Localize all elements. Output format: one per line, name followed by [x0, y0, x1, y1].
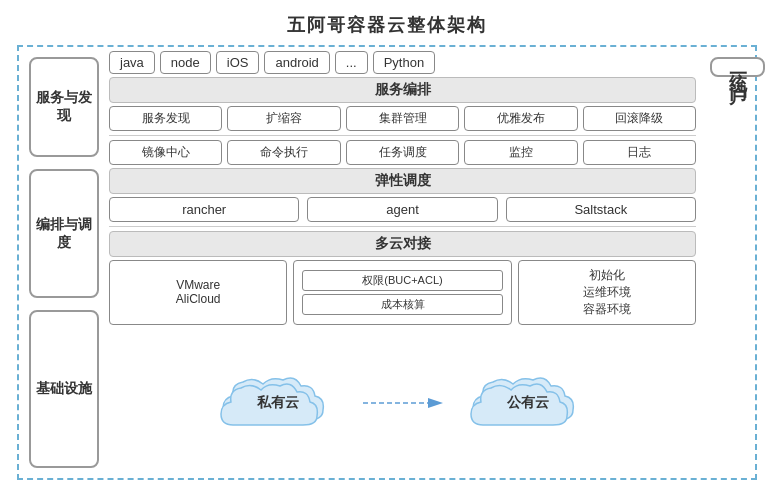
cloud-vmware: VMware AliCloud	[109, 260, 287, 325]
label-infra: 基础设施	[29, 310, 99, 467]
tech-java: java	[109, 51, 155, 74]
main-title: 五阿哥容器云整体架构	[17, 13, 757, 37]
private-cloud-label: 私有云	[257, 394, 299, 412]
cloud-arrow	[363, 393, 443, 413]
tag-rollback: 回滚降级	[583, 106, 696, 131]
unified-portal-label: 统一门户	[710, 57, 765, 77]
tag-monitor: 监控	[464, 140, 577, 165]
label-scheduling: 编排与调度	[29, 169, 99, 298]
cloud-shapes-row: 私有云	[109, 332, 696, 474]
elastic-rancher: rancher	[109, 197, 299, 222]
section-service: java node iOS android ... Python 服务编排 服务…	[109, 51, 696, 136]
tag-graceful: 优雅发布	[464, 106, 577, 131]
tag-discovery: 服务发现	[109, 106, 222, 131]
elastic-saltstack: Saltstack	[506, 197, 696, 222]
tech-python: Python	[373, 51, 435, 74]
tech-node: node	[160, 51, 211, 74]
tag-log: 日志	[583, 140, 696, 165]
tech-tags-row: java node iOS android ... Python	[109, 51, 696, 74]
tag-image: 镜像中心	[109, 140, 222, 165]
cloud-permissions: 权限(BUC+ACL) 成本核算	[293, 260, 511, 325]
multi-cloud-row: VMware AliCloud 权限(BUC+ACL) 成本核算 初始化 运维环…	[109, 260, 696, 325]
perm-sub: 成本核算	[302, 294, 502, 315]
tag-command: 命令执行	[227, 140, 340, 165]
right-label-column: 统一门户	[700, 47, 755, 478]
architecture-diagram: 服务与发现 编排与调度 基础设施 java node iOS android .…	[17, 45, 757, 480]
public-cloud-label: 公有云	[507, 394, 549, 412]
tag-cluster: 集群管理	[346, 106, 459, 131]
elastic-agent: agent	[307, 197, 497, 222]
public-cloud-shape: 公有云	[463, 370, 593, 435]
perm-main: 权限(BUC+ACL)	[302, 270, 502, 291]
center-content: java node iOS android ... Python 服务编排 服务…	[109, 47, 700, 478]
tech-ios: iOS	[216, 51, 260, 74]
elastic-header: 弹性调度	[109, 168, 696, 194]
label-service: 服务与发现	[29, 57, 99, 158]
tag-task: 任务调度	[346, 140, 459, 165]
multi-cloud-header: 多云对接	[109, 231, 696, 257]
svg-marker-1	[428, 398, 443, 408]
tech-etc: ...	[335, 51, 368, 74]
cloud-init: 初始化 运维环境 容器环境	[518, 260, 696, 325]
section-infra: 多云对接 VMware AliCloud 权限(BUC+ACL) 成本核算 初始…	[109, 231, 696, 474]
elastic-row: rancher agent Saltstack	[109, 197, 696, 222]
private-cloud-shape: 私有云	[213, 370, 343, 435]
section-scheduling: 镜像中心 命令执行 任务调度 监控 日志 弹性调度 rancher agent …	[109, 140, 696, 227]
service-row2: 镜像中心 命令执行 任务调度 监控 日志	[109, 140, 696, 165]
tag-scale: 扩缩容	[227, 106, 340, 131]
service-row1: 服务发现 扩缩容 集群管理 优雅发布 回滚降级	[109, 106, 696, 131]
tech-android: android	[264, 51, 329, 74]
service-arrangement-header: 服务编排	[109, 77, 696, 103]
left-labels-column: 服务与发现 编排与调度 基础设施	[19, 47, 109, 478]
